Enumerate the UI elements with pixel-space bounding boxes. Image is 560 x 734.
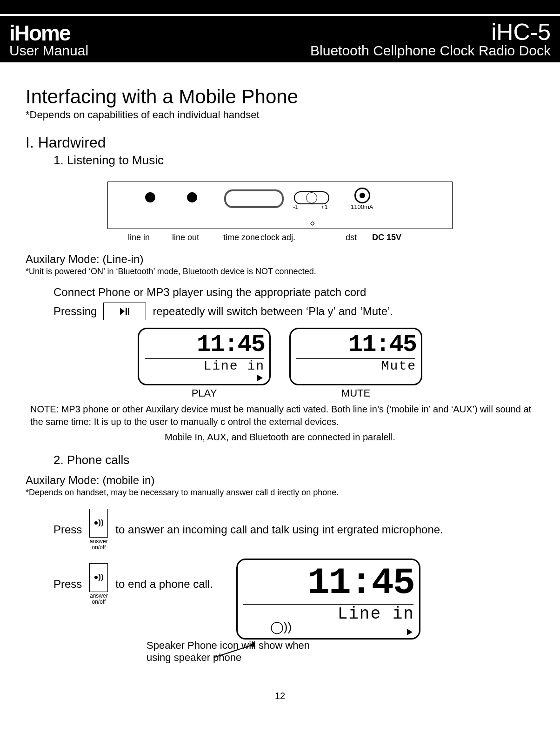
clock-adj-dial-icon [224, 189, 284, 208]
title-footnote: *Depends on capabilities of each individ… [26, 109, 534, 121]
line-in-jack-icon [145, 192, 155, 202]
product-name: Bluetooth Cellphone Clock Radio Dock [310, 43, 551, 59]
end-call-row: Press answer on/off to end a phone call. [53, 563, 213, 605]
switch-minus-label: -1 [293, 203, 299, 210]
lcd-speakerphone-screen: 11:45 Line in ◯)) [236, 559, 420, 640]
play-caption: PLAY [138, 387, 271, 399]
play-pause-button-icon [103, 303, 146, 320]
aux-mobilein-subnote: *Depends on handset, may be necessary to… [26, 488, 534, 498]
aux-linein-title: Auxilary Mode: (Line-in) [26, 253, 534, 266]
play-triangle-icon [257, 375, 263, 381]
model-number: iHC-5 [491, 19, 551, 46]
mute-caption: MUTE [289, 387, 422, 399]
manual-label: User Manual [9, 43, 88, 59]
answer-button-label: answer on/off [90, 539, 108, 550]
step-2-title: 2. Phone calls [53, 453, 534, 467]
pressing-instruction: Pressing repeatedly will switch between … [53, 303, 534, 320]
play-triangle-icon [407, 629, 413, 635]
connect-instruction: Connect Phone or MP3 player using the ap… [53, 286, 534, 299]
ma-label: 1100mA [351, 203, 373, 210]
page-header: iHome iHC-5 User Manual Bluetooth Cellph… [0, 14, 560, 62]
answer-button-icon [89, 509, 108, 538]
brand-logo: iHome [9, 20, 70, 46]
timezone-switch-icon [294, 191, 329, 204]
speakerphone-icon: ◯)) [270, 620, 292, 634]
page-title: Interfacing with a Mobile Phone [26, 86, 534, 108]
lcd-play-screen: 11:45 Line in [138, 328, 271, 385]
lcd-mute-screen: 11:45 Mute [289, 328, 422, 385]
note-text: NOTE: MP3 phone or other Auxilary device… [30, 403, 534, 428]
speakerphone-note: Speaker Phone icon will show when using … [147, 640, 323, 664]
end-call-button-icon [89, 563, 108, 592]
back-panel-labels: line in line out time zone clock adj. ds… [128, 233, 534, 242]
step-1-title: 1. Listening to Music [53, 153, 534, 168]
back-panel-diagram: -1 +1 1100mA ☼ [107, 182, 453, 229]
end-button-label: answer on/off [90, 593, 108, 605]
section-hardwired: I. Hardwired [26, 134, 534, 151]
answer-call-row: Press answer on/off to answer an incomin… [53, 509, 534, 550]
line-out-jack-icon [187, 192, 197, 202]
page-number: 12 [26, 691, 534, 701]
switch-plus-label: +1 [321, 203, 328, 210]
aux-linein-subnote: *Unit is powered ‘ON’ in ‘Bluetooth’ mod… [26, 267, 534, 276]
parallel-note: Mobile In, AUX, and Bluetooth are connec… [26, 432, 534, 443]
aux-mobilein-title: Auxilary Mode: (mobile in) [26, 474, 534, 487]
dc-jack-icon [354, 188, 370, 203]
